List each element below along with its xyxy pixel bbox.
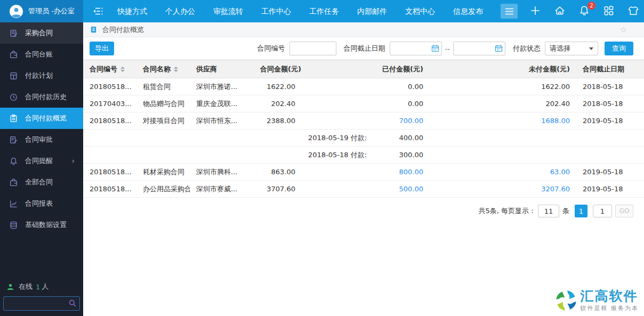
cell-payment-detail: 2018-05-19 付款:400.00 bbox=[302, 129, 430, 147]
cell-deadline: 2018-05-18 bbox=[576, 78, 644, 95]
more-menu-icon[interactable] bbox=[501, 4, 518, 19]
chevron-down-icon bbox=[589, 47, 593, 50]
nav-item[interactable]: 信息发布 bbox=[448, 0, 488, 22]
cell-contract-name: 办公用品采购合同 bbox=[136, 181, 190, 198]
nav-item[interactable]: 文档中心 bbox=[400, 0, 440, 22]
cell-supplier: 深圳市雅诺... bbox=[190, 78, 254, 95]
wallet-icon bbox=[9, 50, 18, 59]
column-header-合同编号[interactable]: 合同编号 bbox=[83, 60, 136, 78]
sidebar-item-基础数据设置[interactable]: 基础数据设置 bbox=[0, 214, 83, 236]
cell-amount: 1622.00 bbox=[254, 78, 302, 95]
calendar-icon[interactable] bbox=[431, 44, 439, 52]
cell-unpaid: 1622.00 bbox=[430, 78, 576, 95]
home-icon[interactable] bbox=[554, 5, 567, 18]
pagination-summary: 共5条, 每页显示： bbox=[478, 206, 536, 216]
sidebar-item-label: 合同审批 bbox=[25, 135, 53, 144]
cell-contract-no: 20180518... bbox=[83, 78, 136, 95]
go-button[interactable]: GO bbox=[615, 205, 633, 217]
paid-amount-link[interactable]: 700.00 bbox=[399, 117, 424, 125]
column-header-未付金额(元): 未付金额(元) bbox=[430, 60, 576, 78]
nav-item[interactable]: 审批流转 bbox=[208, 0, 248, 22]
sidebar-item-付款计划[interactable]: 付款计划 bbox=[0, 65, 83, 86]
cell-unpaid: 63.00 bbox=[430, 164, 576, 181]
top-navigation: 快捷方式个人办公审批流转工作中心工作任务内部邮件文档中心信息发布 bbox=[112, 0, 496, 22]
column-header-合同截止日期: 合同截止日期 bbox=[576, 60, 644, 78]
cell-deadline: 2019-05-18 bbox=[576, 181, 644, 198]
sidebar-item-合同审批[interactable]: 合同审批 bbox=[0, 129, 83, 150]
cell-contract-name: 耗材采购合同 bbox=[136, 164, 190, 181]
theme-shirt-icon[interactable] bbox=[627, 5, 640, 18]
column-header-供应商: 供应商 bbox=[190, 60, 254, 78]
calendar-icon[interactable] bbox=[495, 44, 503, 52]
page-title: 合同付款概览 bbox=[102, 25, 144, 35]
sidebar-item-label: 合同提醒 bbox=[25, 156, 53, 166]
user-section[interactable]: 管理员 -办公室 bbox=[0, 0, 83, 22]
nav-item[interactable]: 快捷方式 bbox=[112, 0, 152, 22]
goto-page-input[interactable] bbox=[593, 205, 612, 217]
sidebar-item-label: 合同付款概览 bbox=[25, 114, 67, 123]
cell-deadline: 2018-05-18 bbox=[576, 95, 644, 112]
export-button[interactable]: 导出 bbox=[90, 42, 114, 55]
favorite-star-icon[interactable]: ☆ bbox=[620, 25, 627, 35]
cell-unpaid: 3207.60 bbox=[430, 181, 576, 198]
chevron-right-icon: › bbox=[71, 157, 75, 165]
page-size-unit: 条 bbox=[562, 206, 569, 216]
cell-amount: 863.00 bbox=[254, 164, 302, 181]
contract-no-input[interactable] bbox=[289, 42, 336, 55]
sort-icon[interactable] bbox=[120, 67, 125, 72]
nav-item[interactable]: 工作中心 bbox=[256, 0, 296, 22]
column-header-合同金额(元): 合同金额(元) bbox=[254, 60, 302, 78]
cell-supplier: 重庆金茂联... bbox=[190, 95, 254, 112]
cell-contract-no: 20180518... bbox=[83, 164, 136, 181]
app-window: 管理员 -办公室 快捷方式个人办公审批流转工作中心工作任务内部邮件文档中心信息发… bbox=[0, 0, 644, 316]
notifications-icon[interactable]: 2 bbox=[578, 5, 591, 18]
add-icon[interactable] bbox=[529, 5, 542, 18]
sidebar-item-label: 合同付款历史 bbox=[25, 92, 67, 102]
wallet-icon bbox=[9, 178, 18, 187]
online-unit: 人 bbox=[42, 282, 49, 291]
unpaid-amount-link[interactable]: 1688.00 bbox=[541, 117, 570, 125]
payment-date-label: 2018-05-19 付款: bbox=[308, 133, 367, 143]
search-icon[interactable] bbox=[68, 299, 77, 307]
cell-contract-name: 对接项目合同 bbox=[136, 112, 190, 129]
logo-slogan: 软件是根 服务为本 bbox=[581, 304, 639, 312]
query-button[interactable]: 查询 bbox=[605, 42, 633, 55]
page-doc-icon bbox=[90, 26, 98, 34]
online-label: 在线 bbox=[19, 282, 33, 291]
logo-name: 汇高软件 bbox=[581, 289, 639, 304]
sidebar-item-采购合同[interactable]: 采购合同 bbox=[0, 22, 83, 44]
pay-status-select[interactable]: 请选择 bbox=[545, 42, 598, 55]
current-page-button[interactable]: 1 bbox=[575, 205, 587, 217]
page-size-input[interactable] bbox=[538, 205, 559, 217]
sidebar-item-合同报表[interactable]: 合同报表 bbox=[0, 193, 83, 214]
cell-amount: 3707.60 bbox=[254, 181, 302, 198]
sidebar-item-全部合同[interactable]: 全部合同 bbox=[0, 172, 83, 193]
cell-paid: 0.00 bbox=[302, 95, 430, 112]
notification-badge: 2 bbox=[587, 2, 595, 10]
paid-amount-link[interactable]: 800.00 bbox=[399, 168, 424, 176]
toolbar: 导出 合同编号 合同截止日期 -- bbox=[83, 37, 644, 60]
unpaid-amount-link[interactable]: 63.00 bbox=[550, 168, 570, 176]
cell-paid: 800.00 bbox=[302, 164, 430, 181]
nav-item[interactable]: 内部邮件 bbox=[352, 0, 392, 22]
chart-icon bbox=[9, 199, 18, 208]
nav-item[interactable]: 工作任务 bbox=[304, 0, 344, 22]
sidebar-item-合同提醒[interactable]: 合同提醒› bbox=[0, 150, 83, 172]
sidebar-item-label: 全部合同 bbox=[25, 177, 53, 187]
nav-item[interactable]: 个人办公 bbox=[160, 0, 200, 22]
sidebar-collapse-icon[interactable] bbox=[90, 3, 106, 19]
pay-status-label: 付款状态 bbox=[513, 44, 541, 53]
payment-detail-row: 2018-05-19 付款:400.00 bbox=[83, 129, 644, 147]
doc-approve-icon bbox=[9, 135, 18, 144]
paid-amount-link[interactable]: 500.00 bbox=[399, 185, 424, 193]
sidebar-item-label: 合同台账 bbox=[25, 50, 53, 59]
column-header-合同名称[interactable]: 合同名称 bbox=[136, 60, 190, 78]
sidebar-item-合同付款历史[interactable]: 合同付款历史 bbox=[0, 86, 83, 108]
sidebar-item-合同付款概览[interactable]: 合同付款概览 bbox=[0, 108, 83, 129]
sidebar-item-合同台账[interactable]: 合同台账 bbox=[0, 44, 83, 65]
sort-icon[interactable] bbox=[174, 67, 178, 72]
unpaid-amount-link[interactable]: 3207.60 bbox=[541, 185, 570, 193]
cell-deadline: 2019-05-18 bbox=[576, 164, 644, 181]
apps-icon[interactable] bbox=[603, 5, 616, 18]
table-row: 20170403...物品赠与合同重庆金茂联...202.400.00202.4… bbox=[83, 95, 644, 112]
